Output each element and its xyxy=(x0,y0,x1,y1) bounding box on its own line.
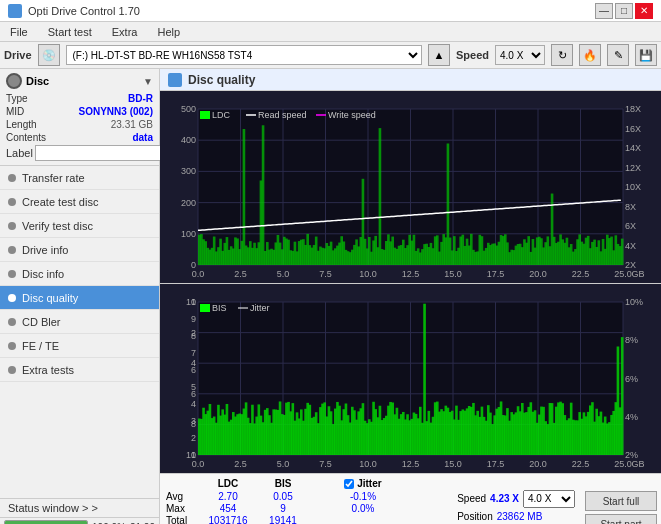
speed-stat-value: 4.23 X xyxy=(490,493,519,504)
sidebar-item-disc-info[interactable]: Disc info xyxy=(0,262,159,286)
chart1-container xyxy=(160,91,661,284)
row-max-jitter: 0.0% xyxy=(338,503,388,514)
length-label: Length xyxy=(6,119,37,130)
nav-list: Transfer rate Create test disc Verify te… xyxy=(0,166,159,382)
edit-icon[interactable]: ✎ xyxy=(607,44,629,66)
drive-toolbar: Drive 💿 (F:) HL-DT-ST BD-RE WH16NS58 TST… xyxy=(0,42,661,69)
drive-selector[interactable]: (F:) HL-DT-ST BD-RE WH16NS58 TST4 xyxy=(66,45,422,65)
position-section: Speed 4.23 X 4.0 X Position 23862 MB Sam… xyxy=(451,474,581,524)
position-value: 23862 MB xyxy=(497,511,543,522)
disc-quality-title: Disc quality xyxy=(188,73,255,87)
col-ldc: LDC xyxy=(198,478,258,489)
jitter-checkbox[interactable] xyxy=(344,479,354,489)
minimize-button[interactable]: — xyxy=(595,3,613,19)
chart2-canvas xyxy=(160,284,661,473)
progress-row: 100.0% 31:22 xyxy=(0,518,159,524)
burn-icon[interactable]: 🔥 xyxy=(579,44,601,66)
save-icon[interactable]: 💾 xyxy=(635,44,657,66)
contents-label: Contents xyxy=(6,132,46,143)
position-label: Position xyxy=(457,511,493,522)
chart2-container xyxy=(160,284,661,473)
disc-section: Disc ▼ Type BD-R MID SONYNN3 (002) Lengt… xyxy=(0,69,159,166)
menu-file[interactable]: File xyxy=(4,24,34,40)
col-bis: BIS xyxy=(258,478,308,489)
status-window-button[interactable]: Status window > > xyxy=(0,499,159,518)
nav-dot-drive-info xyxy=(8,246,16,254)
sidebar-item-drive-info[interactable]: Drive info xyxy=(0,238,159,262)
nav-dot-disc-quality xyxy=(8,294,16,302)
progress-bar xyxy=(4,520,88,524)
sidebar-item-verify-test-disc[interactable]: Verify test disc xyxy=(0,214,159,238)
start-part-button[interactable]: Start part xyxy=(585,514,657,524)
row-avg-ldc: 2.70 xyxy=(198,491,258,502)
col-empty xyxy=(308,478,338,489)
nav-dot-fe-te xyxy=(8,342,16,350)
disc-icon xyxy=(6,73,22,89)
type-value: BD-R xyxy=(128,93,153,104)
speed-stat-select[interactable]: 4.0 X xyxy=(523,490,575,508)
type-label: Type xyxy=(6,93,28,104)
sidebar-item-cd-bler[interactable]: CD Bler xyxy=(0,310,159,334)
stats-table: LDC BIS Jitter Avg 2.70 0.05 -0.1% xyxy=(160,474,451,524)
title-bar: Opti Drive Control 1.70 — □ ✕ xyxy=(0,0,661,22)
sidebar-item-disc-quality[interactable]: Disc quality xyxy=(0,286,159,310)
row-max-label: Max xyxy=(166,503,198,514)
app-icon xyxy=(8,4,22,18)
row-total-ldc: 1031716 xyxy=(198,515,258,524)
mid-value: SONYNN3 (002) xyxy=(79,106,153,117)
action-buttons: Start full Start part xyxy=(581,474,661,524)
nav-dot-verify-test xyxy=(8,222,16,230)
nav-dot-disc-info xyxy=(8,270,16,278)
row-max-bis: 9 xyxy=(258,503,308,514)
right-panel: Disc quality LDC BIS xyxy=(160,69,661,524)
nav-dot-extra-tests xyxy=(8,366,16,374)
drive-open-icon[interactable]: ▲ xyxy=(428,44,450,66)
row-max-ldc: 454 xyxy=(198,503,258,514)
sidebar-item-extra-tests[interactable]: Extra tests xyxy=(0,358,159,382)
length-value: 23.31 GB xyxy=(111,119,153,130)
stats-bar: LDC BIS Jitter Avg 2.70 0.05 -0.1% xyxy=(160,473,661,524)
menu-start-test[interactable]: Start test xyxy=(42,24,98,40)
mid-label: MID xyxy=(6,106,24,117)
sidebar-item-fe-te[interactable]: FE / TE xyxy=(0,334,159,358)
disc-header-label: Disc xyxy=(26,75,49,87)
charts-area xyxy=(160,91,661,473)
sidebar-item-create-test-disc[interactable]: Create test disc xyxy=(0,190,159,214)
row-total-bis: 19141 xyxy=(258,515,308,524)
refresh-icon[interactable]: ↻ xyxy=(551,44,573,66)
chart1-canvas xyxy=(160,91,661,283)
speed-label: Speed xyxy=(456,49,489,61)
nav-dot-transfer-rate xyxy=(8,174,16,182)
row-avg-bis: 0.05 xyxy=(258,491,308,502)
disc-quality-header: Disc quality xyxy=(160,69,661,91)
status-bar: Status window > > 100.0% 31:22 Test comp… xyxy=(0,498,159,524)
contents-value: data xyxy=(132,132,153,143)
col-jitter: Jitter xyxy=(338,478,388,489)
label-label: Label xyxy=(6,147,33,159)
app-title: Opti Drive Control 1.70 xyxy=(28,5,140,17)
drive-eject-icon[interactable]: 💿 xyxy=(38,44,60,66)
drive-label: Drive xyxy=(4,49,32,61)
menu-extra[interactable]: Extra xyxy=(106,24,144,40)
main-layout: Disc ▼ Type BD-R MID SONYNN3 (002) Lengt… xyxy=(0,69,661,524)
disc-options-icon[interactable]: ▼ xyxy=(143,76,153,87)
menu-bar: File Start test Extra Help xyxy=(0,22,661,42)
nav-dot-cd-bler xyxy=(8,318,16,326)
start-full-button[interactable]: Start full xyxy=(585,491,657,511)
speed-stat-label: Speed xyxy=(457,493,486,504)
label-input[interactable] xyxy=(35,145,164,161)
close-button[interactable]: ✕ xyxy=(635,3,653,19)
row-total-label: Total xyxy=(166,515,198,524)
sidebar: Disc ▼ Type BD-R MID SONYNN3 (002) Lengt… xyxy=(0,69,160,524)
nav-dot-create-test xyxy=(8,198,16,206)
disc-quality-icon xyxy=(168,73,182,87)
row-avg-label: Avg xyxy=(166,491,198,502)
maximize-button[interactable]: □ xyxy=(615,3,633,19)
sidebar-item-transfer-rate[interactable]: Transfer rate xyxy=(0,166,159,190)
row-avg-jitter: -0.1% xyxy=(338,491,388,502)
speed-selector[interactable]: 4.0 X xyxy=(495,45,545,65)
menu-help[interactable]: Help xyxy=(151,24,186,40)
